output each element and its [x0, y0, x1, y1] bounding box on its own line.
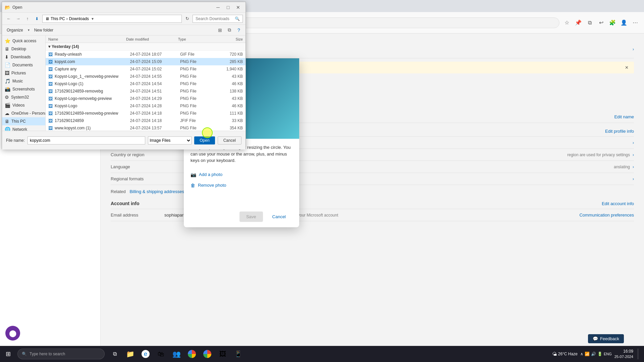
- fd-sidebar-item-system32[interactable]: ⚙System32: [2, 93, 45, 101]
- taskbar-app-chrome-1[interactable]: [184, 347, 199, 361]
- preview-pane-button[interactable]: ⧉: [225, 26, 233, 34]
- close-button[interactable]: ✕: [233, 3, 243, 12]
- filetype-select[interactable]: Image Files: [148, 136, 192, 144]
- purple-app-icon[interactable]: ⬤: [5, 326, 20, 341]
- battery-status-icon: 🔋: [597, 352, 602, 356]
- fd-sidebar-item-videos[interactable]: 🎬Videos: [2, 101, 45, 109]
- file-dialog-sidebar: ⭐Quick access🖥Desktop⬇Downloads📄Document…: [2, 36, 46, 131]
- fd-address-thispc: This PC: [51, 16, 65, 21]
- fd-sidebar-item-screenshots[interactable]: 📸Screenshots: [2, 85, 45, 93]
- feedback-icon: 💬: [593, 336, 598, 341]
- menu-button[interactable]: ⋯: [631, 18, 640, 27]
- view-toggle-button[interactable]: ⊞: [216, 26, 224, 34]
- edit-name-link[interactable]: Edit name: [614, 114, 634, 119]
- minimize-button[interactable]: ─: [213, 3, 223, 12]
- fd-back-button[interactable]: ←: [5, 15, 13, 23]
- open-button[interactable]: Open: [194, 136, 215, 144]
- fd-sidebar-item-downloads[interactable]: ⬇Downloads: [2, 53, 45, 61]
- taskbar-systray: 🌤 26°C Haze: [552, 351, 578, 357]
- add-photo-action[interactable]: 📷 Add a photo: [191, 169, 292, 180]
- fd-file-row[interactable]: 🖼 Kopyst-Logo-removebg-preview 24-07-202…: [46, 95, 246, 102]
- fd-file-row[interactable]: 🖼 www.kopyst.com (1) 24-07-2024 13:57 PN…: [46, 124, 246, 131]
- fd-sidebar-item-onedrive---personal[interactable]: ☁OneDrive - Personal: [2, 109, 45, 117]
- fd-sidebar-item-quick-access[interactable]: ⭐Quick access: [2, 37, 45, 45]
- fd-file-row[interactable]: 🖼 Kopyst-Logo_1_-removebg-preview 24-07-…: [46, 73, 246, 80]
- cancel-dialog-button[interactable]: Cancel: [266, 212, 292, 222]
- country-label: Country or region: [111, 152, 144, 157]
- fd-file-row[interactable]: 🖼 1716290124859 24-07-2024 14:18 JFIF Fi…: [46, 117, 246, 124]
- fd-sidebar-icon: 🎬: [5, 103, 10, 108]
- file-dialog-action-bar: Organize ▾ New folder ⊞ ⧉ ?: [2, 25, 246, 36]
- file-type: PNG File: [180, 81, 218, 86]
- fd-sidebar-item-documents[interactable]: 📄Documents: [2, 61, 45, 69]
- billing-link[interactable]: Billing & shipping addresses: [129, 189, 184, 194]
- profile-button[interactable]: 👤: [619, 18, 629, 27]
- file-name: Kopyst-Logo: [55, 104, 130, 108]
- taskbar-app-edge[interactable]: e: [138, 347, 153, 361]
- extensions-button[interactable]: 🧩: [608, 18, 617, 27]
- fd-forward-button[interactable]: →: [14, 15, 22, 23]
- fd-file-row[interactable]: 🖼 Kopyst-Logo (1) 24-07-2024 14:54 PNG F…: [46, 80, 246, 87]
- feedback-label: Feedback: [600, 336, 619, 341]
- edit-profile-link[interactable]: Edit profile info: [605, 129, 634, 134]
- fd-file-row[interactable]: 🖼 1716290124859-removebg 24-07-2024 14:5…: [46, 87, 246, 95]
- chrome1-icon: [188, 350, 196, 358]
- fd-file-row[interactable]: 🖼 kopyst.com 24-07-2024 15:09 PNG File 2…: [46, 58, 246, 65]
- fd-sidebar-item-music[interactable]: 🎵Music: [2, 77, 45, 85]
- history-button[interactable]: ↩: [596, 18, 606, 27]
- fd-file-row[interactable]: 🖼 Capture any 24-07-2024 15:02 PNG File …: [46, 65, 246, 73]
- fd-up-button[interactable]: ↑: [23, 15, 32, 23]
- fd-sidebar-icon: 🌐: [5, 127, 10, 131]
- filename-input[interactable]: [28, 136, 145, 144]
- star-button[interactable]: ☆: [562, 18, 572, 27]
- file-date: 24-07-2024 18:07: [130, 52, 180, 57]
- communication-link[interactable]: Communication preferences: [579, 213, 634, 218]
- split-button[interactable]: ⧉: [585, 18, 594, 27]
- fd-search-input[interactable]: [196, 16, 235, 21]
- taskbar-app-teams[interactable]: 👥: [169, 347, 184, 361]
- taskbar-clock[interactable]: 16:09 25-07-2024: [614, 349, 633, 359]
- fd-address-dropdown[interactable]: ▾: [92, 16, 94, 21]
- notice-close[interactable]: ✕: [625, 65, 629, 70]
- maximize-button[interactable]: □: [223, 3, 233, 12]
- language-description: anslating: [614, 165, 630, 169]
- taskbar-app-file-explorer[interactable]: 📁: [123, 347, 138, 361]
- file-date: 24-07-2024 14:51: [130, 89, 180, 94]
- fd-refresh-button[interactable]: ⬇: [33, 15, 41, 23]
- fd-sidebar-item-network[interactable]: 🌐Network: [2, 125, 45, 131]
- fd-file-row[interactable]: 🖼 1716290124859-removebg-preview 24-07-2…: [46, 110, 246, 117]
- fd-file-row[interactable]: 🖼 Kopyst-Logo 24-07-2024 14:28 PNG File …: [46, 102, 246, 110]
- fd-sidebar-item-this-pc[interactable]: 🖥This PC: [2, 117, 45, 125]
- taskbar-search-placeholder: Type here to search: [30, 352, 65, 356]
- taskbar-app-ms-store[interactable]: 🛍: [154, 347, 168, 361]
- remove-photo-action[interactable]: 🗑 Remove photo: [191, 180, 292, 191]
- edit-account-link[interactable]: Edit account info: [602, 201, 634, 206]
- fd-sidebar-icon: 📄: [5, 62, 10, 68]
- help-button[interactable]: ?: [235, 26, 243, 34]
- taskbar-app-photos[interactable]: 🖼: [215, 347, 230, 361]
- file-name: kopyst.com: [55, 59, 130, 64]
- organize-button[interactable]: Organize: [5, 27, 25, 33]
- fd-search-box[interactable]: 🔍: [193, 15, 243, 23]
- taskbar-app-phone[interactable]: 📱: [231, 347, 246, 361]
- fd-file-row[interactable]: 🖼 Ready-unleash 24-07-2024 18:07 GIF Fil…: [46, 51, 246, 58]
- fd-refresh2-button[interactable]: ↻: [183, 15, 191, 23]
- taskbar-app-chrome-2[interactable]: [200, 347, 215, 361]
- caret-icon[interactable]: ∧: [580, 352, 583, 356]
- fd-address-bar[interactable]: 🖥 This PC › Downloads ▾: [42, 15, 182, 23]
- cancel-button[interactable]: Cancel: [218, 136, 241, 144]
- file-icon: 🖼: [48, 67, 53, 72]
- fd-sidebar-item-desktop[interactable]: 🖥Desktop: [2, 45, 45, 53]
- taskbar-search[interactable]: 🔍 Type here to search: [17, 349, 105, 359]
- battery-icon: 🌤: [552, 351, 557, 357]
- start-button[interactable]: ⊞: [0, 346, 16, 362]
- regional-chevron: ›: [633, 177, 634, 181]
- fd-sidebar-item-pictures[interactable]: 🖼Pictures: [2, 69, 45, 77]
- feedback-button[interactable]: 💬 Feedback: [588, 334, 624, 343]
- save-button[interactable]: Save: [239, 212, 263, 222]
- taskbar-app-task-view[interactable]: ⧉: [107, 347, 122, 361]
- collections-button[interactable]: 📌: [574, 18, 583, 27]
- new-folder-button[interactable]: New folder: [32, 27, 55, 33]
- show-desktop-button[interactable]: [637, 349, 639, 359]
- fd-sidebar-icon: ☁: [5, 111, 9, 116]
